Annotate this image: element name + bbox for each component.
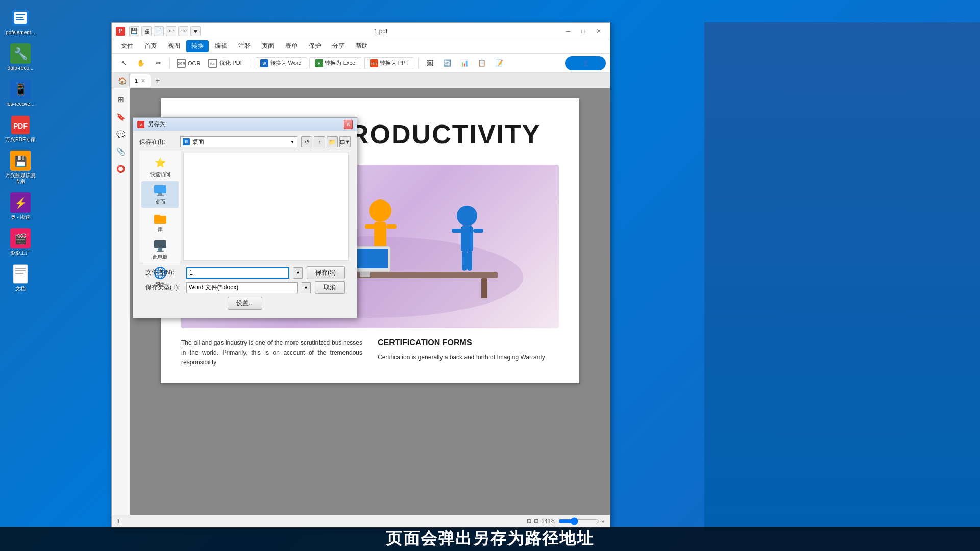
svg-text:OCR: OCR [177,62,185,65]
shortcut-desktop[interactable]: 桌面 [141,181,179,208]
menu-file[interactable]: 文件 [116,40,138,52]
sidebar-pages-btn[interactable]: ⊞ [114,92,128,107]
convert-ppt-btn[interactable]: PPT 转换为 PPT [364,57,414,69]
convert-extra3-btn[interactable]: 📝 [492,56,507,70]
sidebar: ⊞ 🔖 💬 📎 ⭕ [112,88,130,515]
svg-rect-45 [461,226,473,252]
edit-tool-btn[interactable]: ✏ [151,56,166,70]
save-in-input[interactable]: 🖥 桌面 ▼ [180,136,297,147]
desktop-icon-yingying[interactable]: ⚡ 奥 - 快速 [2,190,39,223]
desktop-icon-pdfelement[interactable]: pdfelement... [2,5,39,38]
title-bar-tools: 💾 🖨 📄 ↩ ↪ ▼ [129,26,201,36]
maximize-btn[interactable]: □ [576,26,591,36]
hand-tool-btn[interactable]: ✋ [133,56,149,70]
dialog-file-area[interactable] [183,153,349,261]
new-tool-btn[interactable]: 📄 [154,26,164,36]
svg-rect-20 [15,273,23,274]
convert-word-btn[interactable]: W 转换为 Word [255,57,307,69]
zoom-in-btn[interactable]: + [602,518,605,524]
convert-excel-btn[interactable]: X 转换为 Excel [309,57,362,69]
excel-icon: X [315,59,323,67]
dialog-title-bar: P 另存为 ✕ [133,118,357,131]
settings-row: 设置... [145,297,345,310]
menu-convert[interactable]: 转换 [186,40,209,52]
print-tool-btn[interactable]: 🖨 [141,26,152,36]
computer-icon [153,238,167,253]
sidebar-attach-btn[interactable]: 📎 [114,144,128,159]
select-tool-btn[interactable]: ↖ [116,56,131,70]
filename-input[interactable] [186,267,289,279]
filetype-label: 保存类型(T): [145,283,182,292]
movie-icon: 🎬 [10,228,31,248]
dialog-nav-back-btn[interactable]: ↺ [301,136,312,147]
svg-rect-66 [158,248,162,251]
minimize-btn[interactable]: ─ [561,26,575,36]
window-title: 1.pdf [374,28,388,35]
dialog-close-btn[interactable]: ✕ [344,120,353,129]
save-button[interactable]: 保存(S) [307,266,345,279]
dialog-new-folder-btn[interactable]: 📁 [327,136,338,147]
dialog-nav-up-btn[interactable]: ↑ [314,136,325,147]
account-btn[interactable]: 👤 [565,56,606,70]
menu-view[interactable]: 视图 [163,40,185,52]
cancel-button[interactable]: 取消 [315,281,345,294]
svg-text:X: X [317,62,320,65]
dialog-shortcuts-panel: ⭐ 快速访问 桌面 [139,151,181,263]
dialog-title: 另存为 [148,120,166,129]
optimize-tool-btn[interactable]: PDF 优化 PDF [205,56,247,70]
tab-add-btn[interactable]: + [152,75,163,86]
menu-annotate[interactable]: 注释 [233,40,256,52]
convert-extra2-btn[interactable]: 📋 [474,56,489,70]
settings-button[interactable]: 设置... [228,297,262,310]
sidebar-circle-btn[interactable]: ⭕ [114,162,128,176]
menu-share[interactable]: 分享 [327,40,350,52]
dialog-nav-toolbar: ↺ ↑ 📁 ⊞▼ [301,136,351,147]
filename-dropdown-btn[interactable]: ▼ [293,267,303,279]
more-tool-btn[interactable]: ▼ [190,26,201,36]
left-paragraph: The oil and gas industry is one of the m… [181,338,362,368]
filetype-select[interactable]: Word 文件(*.docx) [186,282,298,293]
svg-rect-18 [15,268,26,269]
desktop: pdfelement... 🔧 data-reco... 📱 ios-recov… [0,0,980,551]
desktop-icon-doc[interactable]: 文档 [2,261,39,294]
nav-home-btn[interactable]: 🏠 [116,74,128,87]
convert-rotate-btn[interactable]: 🔄 [439,56,455,70]
view-single-btn[interactable]: ⊞ [527,518,531,524]
tab-1[interactable]: 1 ✕ [129,74,151,87]
yingying-label: 奥 - 快速 [11,214,31,220]
view-grid-btn[interactable]: ⊟ [534,518,538,524]
shortcut-computer[interactable]: 此电脑 [141,236,179,263]
rotate-icon: 🔄 [443,59,452,68]
computer-label: 此电脑 [153,254,168,261]
menu-form[interactable]: 表单 [280,40,303,52]
dialog-bottom: 文件名(N): ▼ 保存(S) 保存类型(T): Word 文件(*.docx)… [139,263,351,313]
close-btn[interactable]: ✕ [592,26,606,36]
menu-help[interactable]: 帮助 [351,40,373,52]
shortcut-library[interactable]: 库 [141,209,179,235]
menu-home[interactable]: 首页 [139,40,162,52]
filetype-dropdown-btn[interactable]: ▼ [302,282,311,293]
menu-edit[interactable]: 编辑 [210,40,232,52]
sidebar-bookmark-btn[interactable]: 🔖 [114,110,128,124]
save-tool-btn[interactable]: 💾 [129,26,139,36]
dialog-view-btn[interactable]: ⊞▼ [339,136,351,147]
zoom-slider[interactable] [558,517,599,525]
desktop-icon-data-reco[interactable]: 🔧 data-reco... [2,41,39,74]
redo-tool-btn[interactable]: ↪ [178,26,188,36]
ocr-tool-btn[interactable]: OCR OCR [174,56,203,70]
doc-file-icon [10,264,31,284]
convert-extra1-btn[interactable]: 📊 [457,56,472,70]
desktop-icon-wanxing-pdf[interactable]: PDF 万兴PDF专家 [2,112,39,145]
tab-close-btn[interactable]: ✕ [141,78,145,84]
menu-page[interactable]: 页面 [257,40,279,52]
menu-protect[interactable]: 保护 [304,40,326,52]
sidebar-comment-btn[interactable]: 💬 [114,127,128,141]
undo-tool-btn[interactable]: ↩ [166,26,176,36]
dialog-main-area: ⭐ 快速访问 桌面 [139,151,351,263]
desktop-icon-movie[interactable]: 🎬 影影工厂 [2,226,39,259]
desktop-icon-wanxing-shu[interactable]: 💾 万兴数媒恢复专家 [2,148,39,187]
svg-text:PDF: PDF [210,62,215,65]
shortcut-quick[interactable]: ⭐ 快速访问 [141,154,179,180]
desktop-icon-ios[interactable]: 📱 ios-recove... [2,77,39,110]
convert-image-btn[interactable]: 🖼 [422,56,437,70]
